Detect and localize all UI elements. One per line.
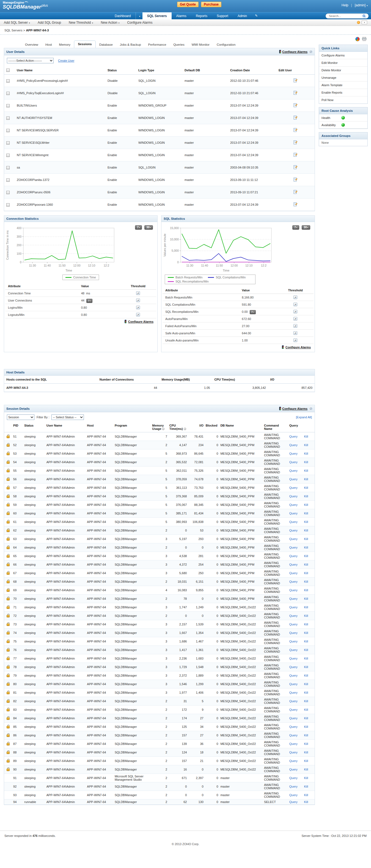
query-link[interactable]: Query (289, 503, 298, 506)
kill-link[interactable]: Kill (304, 512, 308, 515)
threshold-icon[interactable]: ↗ (136, 313, 140, 316)
kill-link[interactable]: Kill (304, 700, 308, 703)
query-link[interactable]: Query (289, 537, 298, 540)
kill-link[interactable]: Kill (304, 674, 308, 677)
query-link[interactable]: Query (289, 588, 298, 592)
query-link[interactable]: Query (289, 717, 298, 720)
kill-link[interactable]: Kill (304, 495, 308, 498)
row-checkbox[interactable] (6, 179, 10, 182)
kill-link[interactable]: Kill (304, 708, 308, 711)
threshold-icon[interactable]: ↗ (294, 303, 297, 306)
kill-link[interactable]: Kill (304, 682, 308, 686)
threshold-icon[interactable]: ↗ (136, 299, 140, 302)
query-link[interactable]: Query (289, 734, 298, 737)
range-badge-button[interactable]: 7 (250, 310, 256, 314)
select-action-dropdown[interactable]: --------Select Action-------- (7, 58, 54, 63)
kill-link[interactable]: Kill (304, 606, 308, 609)
kill-link[interactable]: Kill (304, 443, 308, 447)
query-link[interactable]: Query (289, 546, 298, 549)
expand-all-link[interactable]: [Expand All] (296, 415, 312, 419)
query-link[interactable]: Query (289, 682, 298, 686)
purchase-button[interactable]: Purchase (201, 2, 222, 7)
query-link[interactable]: Query (289, 725, 298, 728)
kill-link[interactable]: Kill (304, 503, 308, 506)
printer-icon[interactable] (362, 37, 367, 42)
kill-link[interactable]: Kill (304, 597, 308, 600)
query-link[interactable]: Query (289, 512, 298, 515)
query-link[interactable]: Query (289, 554, 298, 558)
query-link[interactable]: Query (289, 495, 298, 498)
tab-wmi-monitor[interactable]: WMI Monitor (188, 41, 213, 48)
query-link[interactable]: Query (289, 800, 298, 804)
breadcrumb-root[interactable]: SQL Servers (4, 29, 22, 32)
edit-user-icon[interactable] (294, 91, 298, 96)
range-30-button[interactable]: 30 (302, 225, 310, 230)
kill-link[interactable]: Kill (304, 691, 308, 694)
query-link[interactable]: Query (289, 452, 298, 455)
kill-link[interactable]: Kill (304, 717, 308, 720)
threshold-icon[interactable]: ↗ (294, 296, 297, 299)
toolbar-mini-dropdown[interactable]: ▾ (362, 21, 367, 24)
kill-link[interactable]: Kill (304, 537, 308, 540)
nav-item-support[interactable]: Support (212, 12, 233, 20)
edit-user-icon[interactable] (294, 140, 298, 145)
tab-sessions[interactable]: Sessions (74, 40, 96, 48)
help-link[interactable]: Help (342, 3, 348, 7)
nav-item-dashboard[interactable]: Dashboard (110, 12, 136, 20)
configure-alarms-link[interactable]: Configure Alarms (285, 346, 311, 349)
query-link[interactable]: Query (289, 742, 298, 745)
sidebar-item-unmanage[interactable]: Unmanage (319, 74, 367, 82)
disable-icon[interactable]: ⊘ (309, 406, 312, 411)
query-link[interactable]: Query (289, 691, 298, 694)
nav-item-sql-servers[interactable]: SQL Servers (142, 12, 172, 20)
range-7-button[interactable]: 7 (135, 225, 142, 230)
kill-link[interactable]: Kill (304, 794, 308, 797)
kill-link[interactable]: Kill (304, 665, 308, 669)
kill-link[interactable]: Kill (304, 588, 308, 592)
kill-link[interactable]: Kill (304, 580, 308, 583)
query-link[interactable]: Query (289, 435, 298, 438)
row-checkbox[interactable] (6, 117, 10, 120)
disable-icon[interactable]: ⊘ (309, 50, 312, 54)
tab-jobs-backup[interactable]: Jobs & Backup (116, 41, 145, 48)
toolbar-add-sql-server[interactable]: Add SQL Server (4, 21, 30, 25)
query-link[interactable]: Query (289, 529, 298, 532)
query-link[interactable]: Query (289, 631, 298, 634)
query-link[interactable]: Query (289, 614, 298, 617)
kill-link[interactable]: Kill (304, 563, 308, 566)
search-icon[interactable] (362, 14, 366, 18)
query-link[interactable]: Query (289, 776, 298, 780)
threshold-icon[interactable]: ↗ (136, 291, 140, 295)
tab-configuration[interactable]: Configuration (213, 41, 239, 48)
kill-link[interactable]: Kill (304, 435, 308, 438)
kill-link[interactable]: Kill (304, 751, 308, 754)
status-green-icon[interactable] (341, 116, 345, 120)
kill-link[interactable]: Kill (304, 657, 308, 660)
get-quote-button[interactable]: Get Quote (177, 2, 199, 7)
sort-cpu-icon[interactable] (184, 428, 186, 430)
query-link[interactable]: Query (289, 759, 298, 763)
configure-alarms-link[interactable]: Configure Alarms (128, 320, 154, 323)
kill-link[interactable]: Kill (304, 734, 308, 737)
query-link[interactable]: Query (289, 520, 298, 524)
kill-link[interactable]: Kill (304, 742, 308, 745)
tab-database[interactable]: Database (96, 41, 116, 48)
edit-user-icon[interactable] (294, 153, 298, 157)
query-link[interactable]: Query (289, 469, 298, 472)
query-link[interactable]: Query (289, 623, 298, 626)
toolbar-add-sql-group[interactable]: Add SQL Group (38, 21, 61, 25)
account-menu[interactable]: [admin]▾ (355, 3, 368, 7)
create-user-link[interactable]: Create User (58, 59, 74, 62)
tab-overview[interactable]: Overview (22, 41, 42, 48)
edit-user-icon[interactable] (294, 177, 298, 182)
kill-link[interactable]: Kill (304, 520, 308, 524)
status-green-icon[interactable]: ↑ (341, 123, 345, 127)
row-checkbox[interactable] (6, 191, 10, 194)
query-link[interactable]: Query (289, 580, 298, 583)
query-link[interactable]: Query (289, 708, 298, 711)
range-badge-button[interactable]: 7 (87, 299, 92, 303)
range-30-button[interactable]: 30 (144, 225, 153, 230)
kill-link[interactable]: Kill (304, 800, 308, 804)
nav-item-admin[interactable]: Admin (233, 12, 251, 20)
kill-link[interactable]: Kill (304, 460, 308, 464)
